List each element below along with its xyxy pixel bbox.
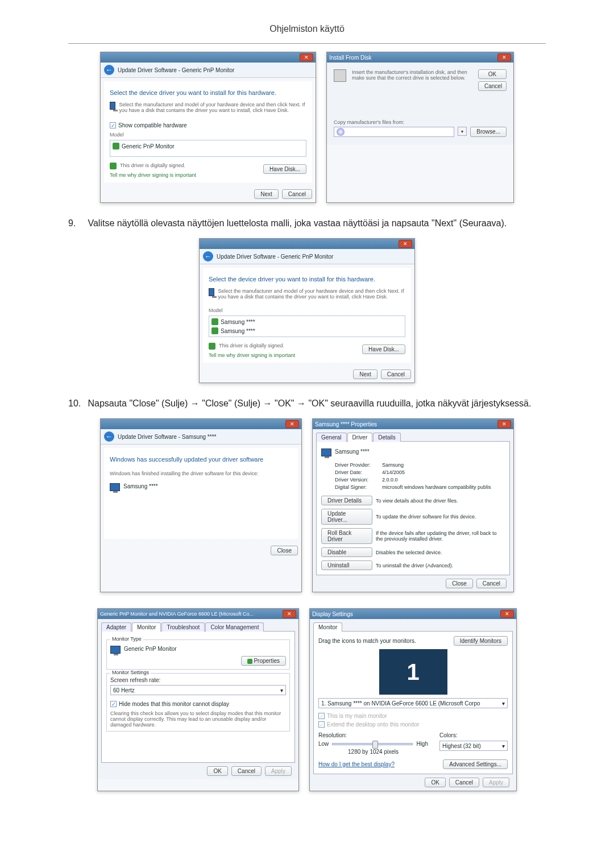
model-label: Model	[209, 308, 405, 313]
close-icon[interactable]: ✕	[300, 53, 313, 61]
list-item[interactable]: Samsung ****	[221, 328, 255, 334]
close-icon[interactable]: ✕	[399, 240, 412, 248]
ok-button[interactable]: OK	[425, 778, 445, 787]
close-button[interactable]: Close	[446, 579, 473, 588]
close-icon[interactable]: ✕	[497, 53, 511, 61]
rollback-desc: If the device fails after updating the d…	[376, 530, 505, 542]
monitor-preview[interactable]: 1	[379, 649, 447, 695]
main-monitor-checkbox[interactable]: ✓	[318, 713, 325, 719]
ok-button[interactable]: OK	[478, 69, 507, 79]
driver-details-desc: To view details about the driver files.	[376, 498, 505, 504]
driver-details-button[interactable]: Driver Details	[321, 496, 372, 505]
breadcrumb-text: Update Driver Software - Generic PnP Mon…	[217, 254, 333, 260]
install-from-disk-dialog: Install From Disk ✕ Insert the manufactu…	[326, 52, 514, 203]
tab-details[interactable]: Details	[373, 433, 401, 442]
tab-general[interactable]: General	[316, 433, 347, 442]
uninstall-desc: To uninstall the driver (Advanced).	[376, 563, 505, 568]
resolution-value: 1280 by 1024 pixels	[318, 749, 428, 755]
next-button[interactable]: Next	[353, 369, 377, 379]
resolution-slider[interactable]	[332, 743, 413, 745]
floppy-icon	[334, 69, 346, 82]
dialog-title: Generic PnP Monitor and NVIDIA GeForce 6…	[100, 611, 254, 617]
step-number: 9.	[68, 217, 85, 230]
monitor-properties-dialog: Samsung **** Properties ✕ General Driver…	[312, 418, 514, 592]
close-icon[interactable]: ✕	[285, 420, 299, 428]
back-icon[interactable]: ←	[104, 65, 114, 75]
cancel-button[interactable]: Cancel	[449, 778, 479, 787]
hide-modes-desc: Clearing this check box allows you to se…	[110, 711, 286, 728]
cancel-button[interactable]: Cancel	[478, 81, 507, 91]
cancel-button[interactable]: Cancel	[231, 766, 262, 776]
titlebar: Install From Disk ✕	[327, 52, 513, 63]
signing-link[interactable]: Tell me why driver signing is important	[209, 352, 295, 358]
extend-label: Extend the desktop onto this monitor	[327, 721, 419, 728]
tab-troubleshoot[interactable]: Troubleshoot	[161, 622, 205, 632]
colors-select[interactable]: Highest (32 bit) ▾	[439, 741, 508, 751]
titlebar: Generic PnP Monitor and NVIDIA GeForce 6…	[98, 609, 298, 619]
model-list[interactable]: Samsung **** Samsung ****	[209, 315, 405, 337]
close-icon[interactable]: ✕	[500, 610, 514, 618]
disc-icon	[337, 128, 345, 136]
back-icon[interactable]: ←	[203, 251, 213, 261]
rollback-button[interactable]: Roll Back Driver	[321, 528, 372, 544]
list-item[interactable]: Generic PnP Monitor	[122, 143, 175, 149]
tab-adapter[interactable]: Adapter	[101, 622, 131, 632]
titlebar: Display Settings ✕	[310, 609, 516, 619]
breadcrumb-text: Update Driver Software - Generic PnP Mon…	[118, 67, 234, 73]
advanced-button[interactable]: Advanced Settings...	[443, 759, 508, 769]
list-item[interactable]: Samsung ****	[221, 319, 255, 325]
hide-modes-checkbox[interactable]: ✓	[110, 701, 117, 707]
cancel-button[interactable]: Cancel	[282, 189, 312, 199]
refresh-value: 60 Hertz	[113, 687, 135, 693]
disable-button[interactable]: Disable	[321, 547, 372, 557]
path-input[interactable]	[334, 127, 454, 137]
have-disk-button[interactable]: Have Disk...	[362, 344, 405, 354]
provider-value: Samsung	[382, 462, 505, 468]
tab-color[interactable]: Color Management	[205, 622, 264, 632]
update-driver-dialog-2: ✕ ← Update Driver Software - Generic PnP…	[199, 238, 415, 383]
chevron-down-icon[interactable]: ▾	[458, 127, 467, 136]
shield-icon	[209, 343, 215, 350]
have-disk-button[interactable]: Have Disk...	[263, 164, 306, 174]
disable-desc: Disables the selected device.	[376, 550, 505, 555]
properties-button[interactable]: Properties	[241, 656, 286, 666]
breadcrumb-text: Update Driver Software - Samsung ****	[118, 434, 216, 440]
device-name: Samsung ****	[335, 448, 370, 455]
tab-monitor[interactable]: Monitor	[313, 622, 342, 632]
cancel-button[interactable]: Cancel	[476, 579, 507, 588]
model-list[interactable]: Generic PnP Monitor	[110, 140, 306, 157]
refresh-select[interactable]: 60 Hertz ▾	[110, 685, 286, 695]
ok-button[interactable]: OK	[207, 766, 227, 776]
close-button[interactable]: Close	[271, 546, 298, 555]
close-icon[interactable]: ✕	[497, 420, 511, 428]
update-driver-button[interactable]: Update Driver...	[321, 509, 372, 525]
extend-checkbox[interactable]: ✓	[318, 721, 325, 728]
next-button[interactable]: Next	[254, 189, 279, 199]
signing-link[interactable]: Tell me why driver signing is important	[110, 172, 196, 178]
page-title: Ohjelmiston käyttö	[0, 0, 614, 40]
step-number: 10.	[68, 397, 85, 410]
dialog-title: Samsung **** Properties	[315, 421, 377, 427]
tab-monitor[interactable]: Monitor	[132, 622, 161, 632]
close-icon[interactable]: ✕	[283, 610, 296, 618]
chevron-down-icon: ▾	[502, 743, 505, 749]
cancel-button[interactable]: Cancel	[381, 369, 411, 379]
shield-icon	[247, 659, 252, 664]
tab-driver[interactable]: Driver	[347, 433, 373, 442]
best-display-link[interactable]: How do I get the best display?	[318, 761, 395, 767]
monitor-icon	[110, 102, 115, 110]
apply-button[interactable]: Apply	[265, 766, 292, 776]
uninstall-button[interactable]: Uninstall	[321, 560, 372, 570]
browse-button[interactable]: Browse...	[470, 127, 507, 137]
instruction-text: Insert the manufacturer's installation d…	[352, 69, 472, 91]
monitor-select[interactable]: 1. Samsung **** on NVIDIA GeForce 6600 L…	[318, 698, 508, 708]
identify-button[interactable]: Identify Monitors	[454, 636, 508, 646]
apply-button[interactable]: Apply	[483, 778, 509, 787]
chevron-down-icon: ▾	[502, 700, 505, 707]
show-compatible-checkbox[interactable]: ✓	[110, 122, 116, 128]
back-icon[interactable]: ←	[104, 431, 114, 442]
titlebar: ✕	[200, 239, 414, 249]
chevron-down-icon: ▾	[280, 687, 283, 693]
device-name: Samsung ****	[123, 483, 158, 489]
colors-label: Colors:	[439, 732, 508, 738]
